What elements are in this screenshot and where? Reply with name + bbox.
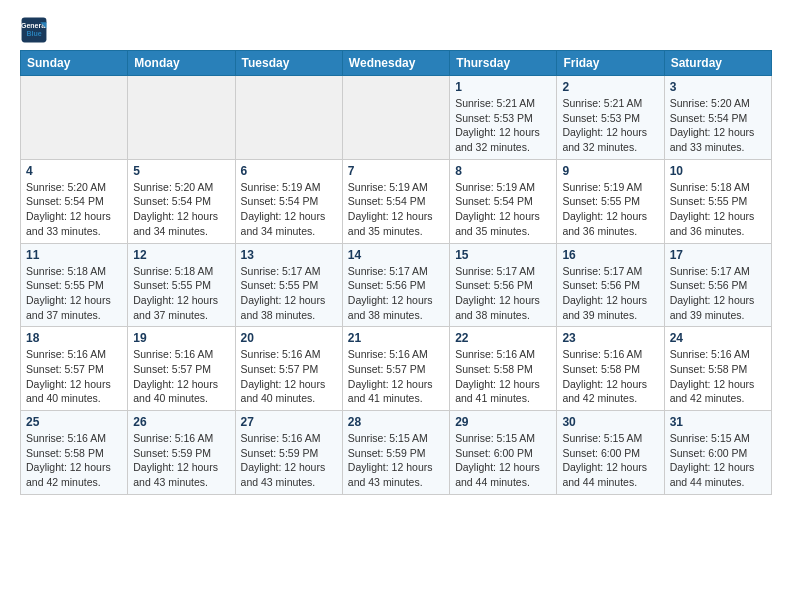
column-header-saturday: Saturday (664, 51, 771, 76)
day-info: Sunrise: 5:17 AM Sunset: 5:56 PM Dayligh… (562, 264, 658, 323)
column-header-monday: Monday (128, 51, 235, 76)
day-info: Sunrise: 5:16 AM Sunset: 5:57 PM Dayligh… (133, 347, 229, 406)
day-number: 14 (348, 248, 444, 262)
calendar-cell: 14Sunrise: 5:17 AM Sunset: 5:56 PM Dayli… (342, 243, 449, 327)
day-number: 29 (455, 415, 551, 429)
day-number: 19 (133, 331, 229, 345)
day-info: Sunrise: 5:18 AM Sunset: 5:55 PM Dayligh… (670, 180, 766, 239)
week-row-2: 4Sunrise: 5:20 AM Sunset: 5:54 PM Daylig… (21, 159, 772, 243)
calendar-cell: 7Sunrise: 5:19 AM Sunset: 5:54 PM Daylig… (342, 159, 449, 243)
day-number: 28 (348, 415, 444, 429)
column-header-friday: Friday (557, 51, 664, 76)
day-info: Sunrise: 5:16 AM Sunset: 5:59 PM Dayligh… (133, 431, 229, 490)
calendar-cell: 6Sunrise: 5:19 AM Sunset: 5:54 PM Daylig… (235, 159, 342, 243)
day-info: Sunrise: 5:21 AM Sunset: 5:53 PM Dayligh… (455, 96, 551, 155)
calendar-cell: 4Sunrise: 5:20 AM Sunset: 5:54 PM Daylig… (21, 159, 128, 243)
day-number: 10 (670, 164, 766, 178)
calendar-cell (342, 76, 449, 160)
calendar-cell: 8Sunrise: 5:19 AM Sunset: 5:54 PM Daylig… (450, 159, 557, 243)
week-row-1: 1Sunrise: 5:21 AM Sunset: 5:53 PM Daylig… (21, 76, 772, 160)
week-row-5: 25Sunrise: 5:16 AM Sunset: 5:58 PM Dayli… (21, 411, 772, 495)
calendar-cell: 17Sunrise: 5:17 AM Sunset: 5:56 PM Dayli… (664, 243, 771, 327)
day-number: 21 (348, 331, 444, 345)
day-info: Sunrise: 5:19 AM Sunset: 5:54 PM Dayligh… (348, 180, 444, 239)
calendar-cell: 22Sunrise: 5:16 AM Sunset: 5:58 PM Dayli… (450, 327, 557, 411)
calendar-cell: 1Sunrise: 5:21 AM Sunset: 5:53 PM Daylig… (450, 76, 557, 160)
day-number: 8 (455, 164, 551, 178)
day-number: 24 (670, 331, 766, 345)
day-info: Sunrise: 5:16 AM Sunset: 5:57 PM Dayligh… (241, 347, 337, 406)
day-info: Sunrise: 5:15 AM Sunset: 5:59 PM Dayligh… (348, 431, 444, 490)
day-number: 22 (455, 331, 551, 345)
day-number: 25 (26, 415, 122, 429)
day-info: Sunrise: 5:17 AM Sunset: 5:56 PM Dayligh… (670, 264, 766, 323)
day-info: Sunrise: 5:15 AM Sunset: 6:00 PM Dayligh… (562, 431, 658, 490)
day-number: 23 (562, 331, 658, 345)
column-header-wednesday: Wednesday (342, 51, 449, 76)
day-info: Sunrise: 5:19 AM Sunset: 5:55 PM Dayligh… (562, 180, 658, 239)
calendar-cell (235, 76, 342, 160)
calendar-cell (128, 76, 235, 160)
calendar-cell: 10Sunrise: 5:18 AM Sunset: 5:55 PM Dayli… (664, 159, 771, 243)
day-info: Sunrise: 5:17 AM Sunset: 5:56 PM Dayligh… (348, 264, 444, 323)
day-number: 3 (670, 80, 766, 94)
logo-icon: General Blue (20, 16, 48, 44)
calendar-cell: 28Sunrise: 5:15 AM Sunset: 5:59 PM Dayli… (342, 411, 449, 495)
calendar-cell: 24Sunrise: 5:16 AM Sunset: 5:58 PM Dayli… (664, 327, 771, 411)
column-header-thursday: Thursday (450, 51, 557, 76)
day-number: 31 (670, 415, 766, 429)
day-info: Sunrise: 5:16 AM Sunset: 5:58 PM Dayligh… (670, 347, 766, 406)
day-info: Sunrise: 5:16 AM Sunset: 5:58 PM Dayligh… (562, 347, 658, 406)
day-number: 18 (26, 331, 122, 345)
calendar-cell: 21Sunrise: 5:16 AM Sunset: 5:57 PM Dayli… (342, 327, 449, 411)
calendar-cell: 25Sunrise: 5:16 AM Sunset: 5:58 PM Dayli… (21, 411, 128, 495)
day-number: 1 (455, 80, 551, 94)
day-number: 13 (241, 248, 337, 262)
calendar-cell: 16Sunrise: 5:17 AM Sunset: 5:56 PM Dayli… (557, 243, 664, 327)
day-info: Sunrise: 5:20 AM Sunset: 5:54 PM Dayligh… (26, 180, 122, 239)
day-info: Sunrise: 5:16 AM Sunset: 5:58 PM Dayligh… (455, 347, 551, 406)
calendar-cell: 18Sunrise: 5:16 AM Sunset: 5:57 PM Dayli… (21, 327, 128, 411)
calendar-cell: 20Sunrise: 5:16 AM Sunset: 5:57 PM Dayli… (235, 327, 342, 411)
calendar-cell: 12Sunrise: 5:18 AM Sunset: 5:55 PM Dayli… (128, 243, 235, 327)
day-info: Sunrise: 5:16 AM Sunset: 5:58 PM Dayligh… (26, 431, 122, 490)
week-row-4: 18Sunrise: 5:16 AM Sunset: 5:57 PM Dayli… (21, 327, 772, 411)
day-number: 20 (241, 331, 337, 345)
day-number: 9 (562, 164, 658, 178)
calendar-cell: 13Sunrise: 5:17 AM Sunset: 5:55 PM Dayli… (235, 243, 342, 327)
day-info: Sunrise: 5:15 AM Sunset: 6:00 PM Dayligh… (670, 431, 766, 490)
calendar-cell: 3Sunrise: 5:20 AM Sunset: 5:54 PM Daylig… (664, 76, 771, 160)
calendar-cell: 5Sunrise: 5:20 AM Sunset: 5:54 PM Daylig… (128, 159, 235, 243)
day-number: 6 (241, 164, 337, 178)
day-info: Sunrise: 5:20 AM Sunset: 5:54 PM Dayligh… (133, 180, 229, 239)
column-header-tuesday: Tuesday (235, 51, 342, 76)
calendar-cell: 23Sunrise: 5:16 AM Sunset: 5:58 PM Dayli… (557, 327, 664, 411)
day-info: Sunrise: 5:18 AM Sunset: 5:55 PM Dayligh… (133, 264, 229, 323)
calendar-cell: 27Sunrise: 5:16 AM Sunset: 5:59 PM Dayli… (235, 411, 342, 495)
day-info: Sunrise: 5:20 AM Sunset: 5:54 PM Dayligh… (670, 96, 766, 155)
calendar-cell: 30Sunrise: 5:15 AM Sunset: 6:00 PM Dayli… (557, 411, 664, 495)
calendar-cell: 26Sunrise: 5:16 AM Sunset: 5:59 PM Dayli… (128, 411, 235, 495)
day-info: Sunrise: 5:17 AM Sunset: 5:56 PM Dayligh… (455, 264, 551, 323)
day-number: 4 (26, 164, 122, 178)
day-number: 5 (133, 164, 229, 178)
calendar-cell: 31Sunrise: 5:15 AM Sunset: 6:00 PM Dayli… (664, 411, 771, 495)
day-number: 16 (562, 248, 658, 262)
day-info: Sunrise: 5:16 AM Sunset: 5:59 PM Dayligh… (241, 431, 337, 490)
day-number: 2 (562, 80, 658, 94)
calendar-cell: 9Sunrise: 5:19 AM Sunset: 5:55 PM Daylig… (557, 159, 664, 243)
week-row-3: 11Sunrise: 5:18 AM Sunset: 5:55 PM Dayli… (21, 243, 772, 327)
day-number: 17 (670, 248, 766, 262)
day-info: Sunrise: 5:16 AM Sunset: 5:57 PM Dayligh… (348, 347, 444, 406)
day-info: Sunrise: 5:19 AM Sunset: 5:54 PM Dayligh… (455, 180, 551, 239)
day-info: Sunrise: 5:16 AM Sunset: 5:57 PM Dayligh… (26, 347, 122, 406)
calendar-cell: 19Sunrise: 5:16 AM Sunset: 5:57 PM Dayli… (128, 327, 235, 411)
day-info: Sunrise: 5:15 AM Sunset: 6:00 PM Dayligh… (455, 431, 551, 490)
calendar-table: SundayMondayTuesdayWednesdayThursdayFrid… (20, 50, 772, 495)
day-info: Sunrise: 5:17 AM Sunset: 5:55 PM Dayligh… (241, 264, 337, 323)
day-info: Sunrise: 5:21 AM Sunset: 5:53 PM Dayligh… (562, 96, 658, 155)
calendar-cell (21, 76, 128, 160)
svg-text:Blue: Blue (26, 30, 41, 37)
day-number: 12 (133, 248, 229, 262)
calendar-cell: 15Sunrise: 5:17 AM Sunset: 5:56 PM Dayli… (450, 243, 557, 327)
